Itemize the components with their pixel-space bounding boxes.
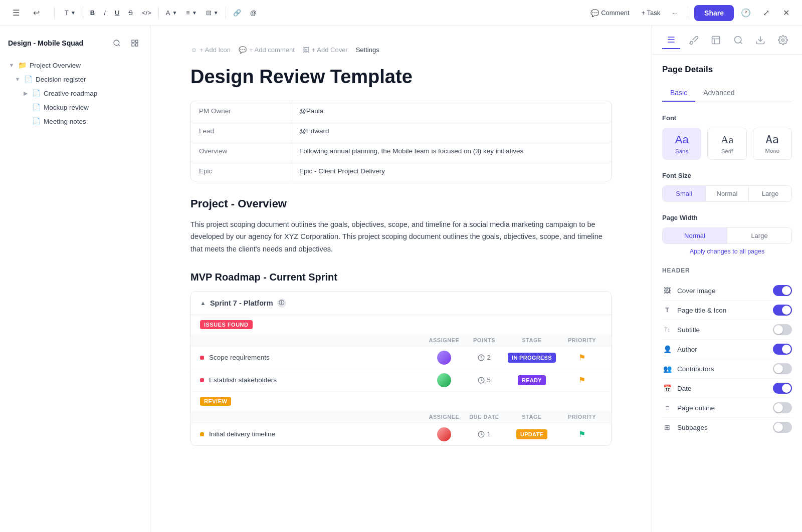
chevron-down-icon-2: ▼ xyxy=(14,76,21,82)
history-button[interactable]: 🕐 xyxy=(738,5,754,21)
stage-badge: UPDATE xyxy=(516,429,547,439)
size-option-large[interactable]: Large xyxy=(749,186,791,201)
toggle-contributors[interactable] xyxy=(773,363,792,374)
rp-toggle-text: Date xyxy=(677,385,692,392)
svg-rect-2 xyxy=(135,40,138,43)
priority-flag: ⚑ xyxy=(578,429,585,439)
sidebar-item-mockup-review[interactable]: ▶ 📄 Mockup review xyxy=(4,100,146,114)
svg-rect-3 xyxy=(132,44,134,46)
text-controls: T ▼ B I U S </> A ▼ ≡ ▼ ⊟ ▼ 🔗 @ xyxy=(61,6,261,21)
page-actions: ☺ + Add Icon 💬 + Add comment 🖼 + Add Cov… xyxy=(190,46,612,54)
task-button[interactable]: + Task xyxy=(638,6,665,21)
text-style-button[interactable]: T ▼ xyxy=(61,6,80,21)
row-assignee xyxy=(422,351,467,365)
list-button[interactable]: ⊟ ▼ xyxy=(202,6,223,21)
row-stage: IN PROGRESS xyxy=(502,353,562,363)
link-button[interactable]: 🔗 xyxy=(229,6,245,21)
toggle-cover-image[interactable] xyxy=(773,285,792,296)
strikethrough-button[interactable]: S xyxy=(124,6,137,21)
bold-button[interactable]: B xyxy=(86,6,99,21)
rp-subtab-basic[interactable]: Basic xyxy=(662,85,695,102)
width-option-large[interactable]: Large xyxy=(727,228,791,243)
toggle-author[interactable] xyxy=(773,344,792,355)
rp-toggle-label: 👤 Author xyxy=(662,344,697,354)
code-button[interactable]: </> xyxy=(138,6,155,21)
rp-header-section-label: HEADER xyxy=(662,267,792,274)
sprint-title: Sprint 7 - Platform xyxy=(210,299,273,307)
table-cell-label: Overview xyxy=(191,141,291,161)
share-button[interactable]: Share xyxy=(694,5,734,21)
rp-tab-brush[interactable] xyxy=(685,31,703,49)
add-comment-action[interactable]: 💬 + Add comment xyxy=(239,46,295,54)
underline-button[interactable]: U xyxy=(111,6,123,21)
sidebar-item-decision-register[interactable]: ▼ 📄 Decision register xyxy=(4,72,146,86)
font-color-button[interactable]: A ▼ xyxy=(162,6,181,21)
rp-toggle-subpages: ⊞ Subpages xyxy=(662,418,792,437)
undo-button[interactable]: ↩ xyxy=(28,5,44,21)
right-panel-content: Page Details Basic Advanced Font Aa Sans… xyxy=(652,55,802,447)
rp-tab-template[interactable] xyxy=(707,31,725,49)
rp-toggle-text: Author xyxy=(677,346,697,353)
font-sample-mono: Aa xyxy=(766,133,779,146)
font-size-options: Small Normal Large xyxy=(662,185,792,202)
rp-tab-export[interactable] xyxy=(751,31,769,49)
avatar xyxy=(437,427,451,441)
search-icon[interactable] xyxy=(110,36,124,50)
sidebar-title: Design - Mobile Squad xyxy=(8,39,83,47)
add-cover-action[interactable]: 🖼 + Add Cover xyxy=(303,46,348,54)
main-layout: Design - Mobile Squad ▼ 📁 Project Overvi… xyxy=(0,26,802,532)
rp-tab-search[interactable] xyxy=(729,31,747,49)
rp-toggle-label: ⊞ Subpages xyxy=(662,422,708,432)
width-option-normal[interactable]: Normal xyxy=(663,228,727,243)
table-row: Lead @Edward xyxy=(191,121,611,141)
apply-changes-link[interactable]: Apply changes to all pages xyxy=(662,248,792,255)
table-cell-label: Epic xyxy=(191,161,291,181)
folder-icon: 📁 xyxy=(18,61,27,69)
sidebar-item-label-2: Decision register xyxy=(36,76,86,83)
rp-tab-typography[interactable] xyxy=(662,31,680,49)
size-option-normal[interactable]: Normal xyxy=(706,186,749,201)
toggle-page-title[interactable] xyxy=(773,305,792,316)
more-button[interactable]: ··· xyxy=(668,6,682,21)
italic-button[interactable]: I xyxy=(100,6,110,21)
rp-sub-tabs: Basic Advanced xyxy=(662,85,792,102)
font-option-serif[interactable]: Aa Serif xyxy=(707,128,746,160)
sidebar-item-project-overview[interactable]: ▼ 📁 Project Overview xyxy=(4,58,146,72)
toolbar-left: ☰ ↩ xyxy=(8,5,44,21)
expand-button[interactable]: ⤢ xyxy=(758,5,774,21)
toggle-subpages[interactable] xyxy=(773,422,792,433)
rp-font-size-label: Font Size xyxy=(662,172,792,179)
rp-subtab-advanced[interactable]: Advanced xyxy=(695,85,742,102)
at-button[interactable]: @ xyxy=(246,6,261,21)
comment-button[interactable]: 💬 Comment xyxy=(586,6,633,21)
menu-button[interactable]: ☰ xyxy=(8,5,24,21)
rp-page-width-label: Page Width xyxy=(662,214,792,221)
toggle-page-outline[interactable] xyxy=(773,402,792,413)
sidebar-item-creative-roadmap[interactable]: ▶ 📄 Creative roadmap xyxy=(4,86,146,100)
table-row: Overview Following annual planning, the … xyxy=(191,141,611,161)
align-button[interactable]: ≡ ▼ xyxy=(182,6,201,21)
size-option-small[interactable]: Small xyxy=(663,186,706,201)
page-icon-3: 📄 xyxy=(32,103,41,111)
svg-point-11 xyxy=(781,39,784,42)
add-icon-action[interactable]: ☺ + Add Icon xyxy=(190,46,231,54)
cover-image-icon: 🖼 xyxy=(662,286,672,296)
font-option-sans[interactable]: Aa Sans xyxy=(662,128,701,160)
sprint-info-icon[interactable]: ⓘ xyxy=(277,299,286,308)
rp-toggle-label: 📅 Date xyxy=(662,383,692,393)
close-button[interactable]: ✕ xyxy=(778,5,794,21)
sidebar-item-label-5: Meeting notes xyxy=(44,118,86,125)
toggle-subtitle[interactable] xyxy=(773,324,792,335)
table-cell-value: @Edward xyxy=(291,121,611,141)
settings-action[interactable]: Settings xyxy=(356,46,379,54)
rp-tab-settings[interactable] xyxy=(774,31,792,49)
font-option-mono[interactable]: Aa Mono xyxy=(753,128,792,160)
right-panel: Page Details Basic Advanced Font Aa Sans… xyxy=(652,26,802,532)
sidebar-item-meeting-notes[interactable]: ▶ 📄 Meeting notes xyxy=(4,114,146,128)
svg-point-9 xyxy=(734,37,741,43)
sprint-row: Scope requirements 2 IN PROGRESS ⚑ xyxy=(191,346,611,369)
layout-icon[interactable] xyxy=(128,36,142,50)
row-name: Initial delivery timeline xyxy=(209,430,422,438)
rp-toggle-contributors: 👥 Contributors xyxy=(662,359,792,379)
toggle-date[interactable] xyxy=(773,383,792,394)
